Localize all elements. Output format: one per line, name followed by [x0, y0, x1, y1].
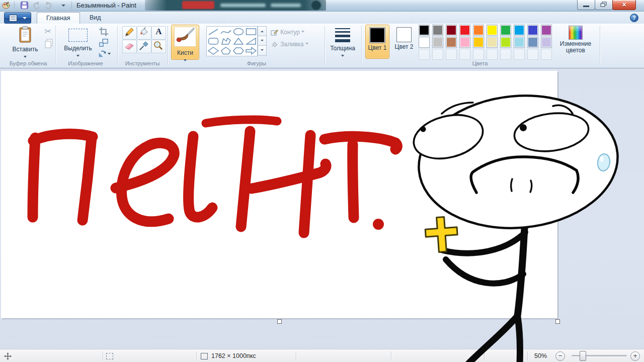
divider	[14, 2, 15, 9]
eraser-tool[interactable]	[122, 40, 137, 53]
shape-fill-dropdown[interactable]: Заливка	[271, 40, 308, 50]
paint-app-icon	[2, 1, 11, 10]
statusbar-separator	[196, 351, 197, 360]
palette-swatch[interactable]	[514, 37, 525, 48]
tab-home[interactable]: Главная	[37, 12, 80, 24]
palette-empty-slot[interactable]	[419, 49, 430, 60]
shape-arrow-right[interactable]	[245, 46, 257, 55]
shape-right-triangle[interactable]	[245, 36, 257, 46]
palette-swatch[interactable]	[473, 37, 484, 48]
quick-access-dropdown-icon[interactable]	[61, 5, 65, 9]
palette-swatch[interactable]	[487, 37, 498, 48]
palette-empty-slot[interactable]	[541, 49, 552, 60]
copy-icon[interactable]	[44, 39, 53, 49]
clipboard-paste-icon	[18, 26, 32, 43]
paste-dropdown-icon	[24, 56, 27, 59]
zoom-slider-thumb[interactable]	[580, 351, 586, 361]
zoom-slider[interactable]	[572, 355, 627, 356]
zoom-in-button[interactable]: +	[630, 351, 640, 361]
group-label-shapes: Фигуры	[231, 60, 282, 66]
magnifier-tool[interactable]	[151, 40, 166, 53]
edit-colors-button[interactable]: Изменение цветов	[555, 25, 596, 58]
palette-swatch[interactable]	[500, 25, 511, 36]
palette-swatch[interactable]	[459, 37, 470, 48]
help-icon[interactable]: ?	[630, 14, 638, 22]
scissors-cut-icon[interactable]: ✂	[44, 26, 51, 37]
palette-swatch[interactable]	[446, 25, 457, 36]
palette-swatch[interactable]	[446, 37, 457, 48]
palette-swatch[interactable]	[419, 37, 430, 48]
palette-swatch[interactable]	[541, 25, 552, 36]
palette-empty-slot[interactable]	[432, 49, 443, 60]
drawing-canvas[interactable]	[1, 71, 557, 318]
restore-icon	[595, 0, 612, 10]
palette-empty-slot[interactable]	[527, 49, 538, 60]
color2-button[interactable]: Цвет 2	[392, 25, 416, 58]
shape-rounded-rectangle[interactable]	[207, 36, 219, 46]
tab-view[interactable]: Вид	[80, 12, 110, 24]
palette-empty-slot[interactable]	[446, 49, 457, 60]
workspace	[0, 68, 644, 349]
shapes-scroll-down[interactable]	[258, 36, 267, 46]
save-icon[interactable]	[20, 1, 29, 10]
shapes-scroll-up[interactable]	[258, 26, 267, 37]
size-button[interactable]: Толщина	[327, 25, 358, 59]
palette-swatch[interactable]	[514, 25, 525, 36]
shapes-more-button[interactable]	[258, 45, 267, 56]
brushes-button[interactable]: Кисти	[171, 25, 199, 60]
minimize-button[interactable]	[577, 0, 595, 10]
fill-tool[interactable]	[137, 26, 151, 40]
paint-menu-button[interactable]	[4, 12, 31, 24]
palette-swatch[interactable]	[527, 25, 538, 36]
selection-size-icon	[106, 353, 113, 359]
resize-handle-bottom[interactable]	[277, 319, 282, 324]
paste-button[interactable]: Вставить	[7, 25, 43, 59]
shape-rectangle[interactable]	[245, 27, 257, 36]
palette-swatch[interactable]	[541, 37, 552, 48]
resize-handle-corner[interactable]	[555, 319, 560, 324]
text-tool[interactable]: A	[151, 26, 166, 40]
shapes-gallery	[206, 26, 258, 56]
palette-swatch[interactable]	[432, 37, 443, 48]
menu-doc-icon	[9, 15, 17, 22]
shape-curve[interactable]	[219, 27, 232, 36]
ribbon: Вставить ✂ Буфер обмена Выделить И	[0, 24, 644, 68]
palette-swatch[interactable]	[500, 37, 511, 48]
overlay-blob	[271, 4, 301, 7]
palette-swatch[interactable]	[473, 25, 484, 36]
palette-empty-slot[interactable]	[459, 49, 470, 60]
eyedropper-tool[interactable]	[137, 40, 151, 53]
palette-swatch[interactable]	[459, 25, 470, 36]
rotate-icon[interactable]	[97, 49, 107, 58]
crop-icon[interactable]	[99, 27, 109, 37]
palette-empty-slot[interactable]	[487, 49, 498, 60]
close-icon: ×	[613, 0, 635, 9]
palette-swatch[interactable]	[419, 25, 430, 36]
palette-swatch[interactable]	[527, 37, 538, 48]
rotate-dropdown-icon[interactable]	[108, 53, 111, 56]
palette-swatch[interactable]	[432, 25, 443, 36]
palette-swatch[interactable]	[487, 25, 498, 36]
shape-ellipse[interactable]	[232, 27, 245, 36]
shape-triangle[interactable]	[232, 36, 245, 46]
shape-outline-dropdown[interactable]: Контур	[271, 28, 304, 38]
close-button[interactable]: ×	[612, 0, 636, 10]
shape-pentagon[interactable]	[219, 46, 232, 55]
palette-empty-slot[interactable]	[514, 49, 525, 60]
resize-icon[interactable]	[99, 38, 109, 47]
palette-empty-slot[interactable]	[473, 49, 484, 60]
select-button[interactable]: Выделить	[59, 25, 97, 59]
color1-button[interactable]: Цвет 1	[365, 25, 389, 59]
palette-empty-slot[interactable]	[500, 49, 511, 60]
statusbar-separator	[484, 351, 485, 360]
restore-button[interactable]	[595, 0, 613, 10]
shape-diamond[interactable]	[207, 46, 219, 55]
statusbar-separator	[103, 351, 103, 360]
shape-line[interactable]	[207, 27, 219, 36]
undo-icon	[31, 1, 41, 10]
zoom-out-button[interactable]: −	[555, 351, 565, 361]
group-separator	[55, 26, 56, 65]
pencil-tool[interactable]	[122, 26, 137, 40]
shape-polygon[interactable]	[219, 36, 232, 46]
shape-hexagon[interactable]	[232, 46, 245, 55]
